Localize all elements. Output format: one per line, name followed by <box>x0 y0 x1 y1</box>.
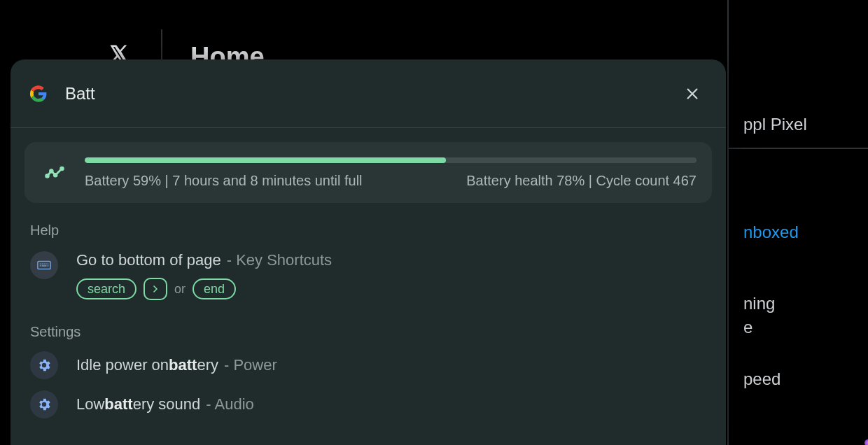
shortcut-chips: search or end <box>76 278 332 300</box>
bg-link[interactable]: nboxed <box>743 222 799 242</box>
battery-progress-bar <box>85 157 696 163</box>
svg-point-6 <box>41 263 43 264</box>
settings-result-idle-power[interactable]: Idle power on battery - Power <box>10 346 726 385</box>
section-settings-label: Settings <box>30 324 726 340</box>
svg-point-9 <box>48 263 49 264</box>
notification-dot-icon <box>864 439 868 445</box>
svg-point-0 <box>46 174 49 177</box>
chevron-right-icon <box>144 278 167 300</box>
svg-point-10 <box>40 265 41 267</box>
gear-icon <box>30 390 58 418</box>
settings-result-low-battery-sound[interactable]: Low battery sound - Audio <box>10 385 726 424</box>
bg-text: ning <box>743 294 775 313</box>
result-post: ery sound <box>133 395 201 414</box>
gear-icon <box>30 351 58 379</box>
keyboard-icon <box>30 251 58 279</box>
svg-rect-12 <box>41 265 46 266</box>
help-result-shortcuts[interactable]: Go to bottom of page - Key Shortcuts sea… <box>10 244 726 304</box>
bg-text: e <box>743 318 752 337</box>
result-category: - Key Shortcuts <box>227 251 332 269</box>
result-pre: Idle power on <box>76 356 169 374</box>
close-button[interactable] <box>678 80 706 108</box>
battery-status-card[interactable]: Battery 59% | 7 hours and 8 minutes unti… <box>24 142 712 203</box>
google-logo-icon <box>29 84 48 104</box>
overlay-header <box>10 59 726 128</box>
divider <box>727 0 729 445</box>
close-icon <box>685 86 700 101</box>
svg-point-8 <box>46 263 47 264</box>
result-category: - Power <box>224 356 277 374</box>
svg-point-2 <box>54 174 57 176</box>
battery-card-body: Battery 59% | 7 hours and 8 minutes unti… <box>85 157 696 189</box>
svg-point-1 <box>50 169 52 172</box>
result-match: batt <box>169 356 197 374</box>
section-help-label: Help <box>30 222 726 239</box>
svg-point-3 <box>61 167 64 170</box>
activity-icon <box>40 164 69 183</box>
bg-text: peed <box>743 369 780 389</box>
battery-left-text: Battery 59% | 7 hours and 8 minutes unti… <box>85 173 363 189</box>
svg-point-7 <box>43 263 45 264</box>
search-launcher-overlay: Battery 59% | 7 hours and 8 minutes unti… <box>10 59 726 445</box>
svg-point-5 <box>40 263 41 264</box>
result-post: ery <box>197 356 218 374</box>
svg-point-11 <box>48 265 49 267</box>
shortcut-key-end: end <box>192 278 236 299</box>
battery-right-text: Battery health 78% | Cycle count 467 <box>466 173 696 189</box>
search-input[interactable] <box>65 84 678 104</box>
bg-text: ppl Pixel <box>743 115 807 134</box>
shortcut-key-search: search <box>76 278 136 299</box>
svg-rect-4 <box>38 262 50 269</box>
divider <box>727 148 868 149</box>
or-text: or <box>174 282 186 297</box>
result-category: - Audio <box>206 395 254 414</box>
result-match: batt <box>104 395 132 414</box>
battery-progress-fill <box>85 157 446 163</box>
result-pre: Low <box>76 395 104 414</box>
result-title: Go to bottom of page <box>76 251 221 269</box>
